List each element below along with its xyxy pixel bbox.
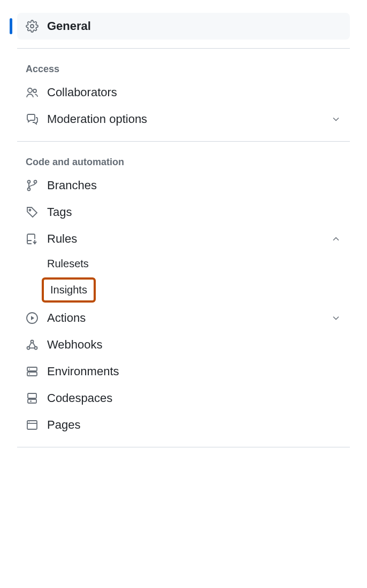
sidebar-label-collaborators: Collaborators <box>47 86 341 99</box>
svg-point-4 <box>28 188 30 191</box>
sidebar-item-codespaces[interactable]: Codespaces <box>17 385 350 412</box>
codespaces-icon <box>26 392 39 405</box>
sidebar-label-codespaces: Codespaces <box>47 391 341 405</box>
repo-push-icon <box>26 233 39 245</box>
sidebar-label-webhooks: Webhooks <box>47 338 341 352</box>
sidebar-item-environments[interactable]: Environments <box>17 358 350 385</box>
svg-point-8 <box>31 341 34 343</box>
sidebar-label-moderation: Moderation options <box>47 112 331 126</box>
chevron-down-icon <box>331 114 341 125</box>
svg-point-0 <box>30 25 34 28</box>
svg-rect-16 <box>28 399 36 403</box>
sidebar-subitem-insights[interactable]: Insights <box>42 277 96 303</box>
server-icon <box>26 365 39 378</box>
sidebar-item-collaborators[interactable]: Collaborators <box>17 79 350 106</box>
section-header-code: Code and automation <box>17 150 350 172</box>
svg-rect-11 <box>27 367 37 371</box>
svg-point-1 <box>28 88 32 92</box>
sidebar-item-actions[interactable]: Actions <box>17 305 350 331</box>
svg-point-18 <box>29 422 29 422</box>
browser-icon <box>26 419 39 431</box>
sidebar-item-pages[interactable]: Pages <box>17 412 350 438</box>
svg-point-5 <box>34 181 37 183</box>
section-header-access: Access <box>17 57 350 79</box>
sidebar-item-general[interactable]: General <box>17 13 350 40</box>
svg-point-6 <box>29 210 31 211</box>
git-branch-icon <box>26 179 39 192</box>
chevron-down-icon <box>331 313 341 323</box>
sidebar-label-branches: Branches <box>47 179 341 192</box>
svg-rect-15 <box>28 393 36 398</box>
svg-rect-17 <box>27 421 37 429</box>
sidebar-item-rules[interactable]: Rules <box>17 226 350 252</box>
webhook-icon <box>26 338 39 351</box>
sidebar-label-environments: Environments <box>47 365 341 378</box>
sidebar-label-actions: Actions <box>47 311 331 325</box>
divider <box>17 141 350 142</box>
svg-rect-12 <box>27 372 37 376</box>
sidebar-label-pages: Pages <box>47 418 341 432</box>
sidebar-label-general: General <box>47 19 341 33</box>
sidebar-label-rules: Rules <box>47 232 331 246</box>
svg-point-2 <box>33 89 36 92</box>
sidebar-item-moderation[interactable]: Moderation options <box>17 106 350 133</box>
divider <box>17 48 350 49</box>
sidebar-subitem-rulesets[interactable]: Rulesets <box>17 252 350 275</box>
sidebar-label-tags: Tags <box>47 205 341 219</box>
chevron-up-icon <box>331 234 341 244</box>
sidebar-item-branches[interactable]: Branches <box>17 172 350 199</box>
sidebar-item-tags[interactable]: Tags <box>17 199 350 226</box>
gear-icon <box>26 20 39 33</box>
svg-point-3 <box>28 181 30 183</box>
people-icon <box>26 86 39 99</box>
svg-point-14 <box>29 374 30 375</box>
comment-discussion-icon <box>26 113 39 126</box>
sidebar-item-webhooks[interactable]: Webhooks <box>17 331 350 358</box>
tag-icon <box>26 206 39 219</box>
play-icon <box>26 312 39 324</box>
divider <box>17 447 350 447</box>
svg-point-13 <box>29 369 30 370</box>
